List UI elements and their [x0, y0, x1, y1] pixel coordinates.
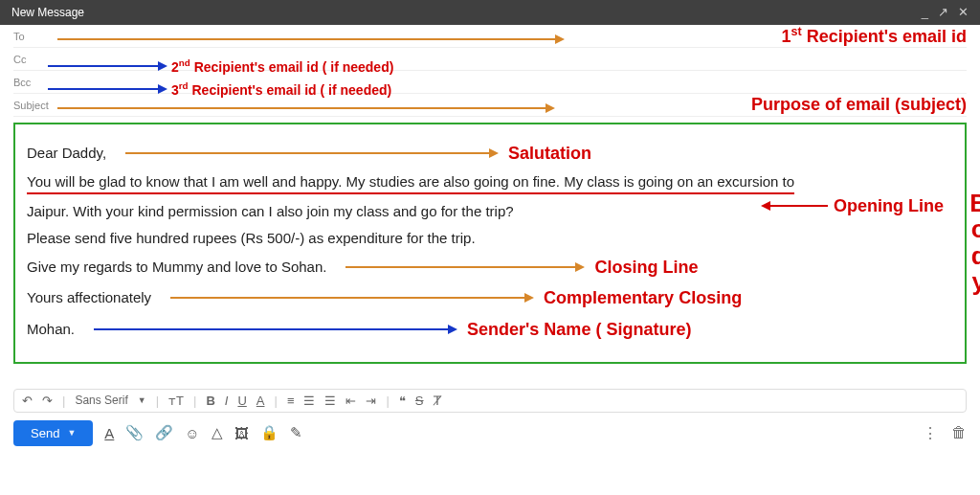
email-body-box: Dear Daddy, Salutation You will be glad …: [13, 123, 967, 364]
cc-input[interactable]: 2nd Recipient's email id ( if needed): [57, 48, 967, 70]
annotation-complementary: Complementary Closing: [544, 286, 742, 309]
cc-row: Cc 2nd Recipient's email id ( if needed): [13, 48, 967, 71]
header-fields: To 1st Recipient's email id Cc 2nd Recip…: [0, 25, 980, 117]
bottom-action-row: Send ▼ A 📎 🔗 ☺ △ 🖼 🔒 ✎ ⋮ 🗑: [0, 420, 980, 452]
font-size-icon[interactable]: ᴛT: [168, 394, 184, 408]
close-icon[interactable]: ✕: [958, 0, 969, 25]
complementary-text: Yours affectionately: [27, 288, 151, 307]
indent-more-icon[interactable]: ⇥: [366, 394, 376, 408]
formatting-toolbar: ↶ ↷ | Sans Serif ▼ | ᴛT | B I U A | ≡ ☰ …: [13, 389, 967, 413]
annotation-closing: Closing Line: [594, 256, 698, 279]
more-options-icon[interactable]: ⋮: [923, 424, 938, 442]
quote-icon[interactable]: ❝: [399, 394, 406, 408]
minimize-icon[interactable]: _: [922, 0, 928, 25]
bold-icon[interactable]: B: [206, 394, 214, 408]
numbered-list-icon[interactable]: ☰: [303, 394, 315, 408]
send-button[interactable]: Send ▼: [13, 420, 93, 446]
italic-icon[interactable]: I: [225, 394, 229, 408]
format-icon[interactable]: A: [104, 425, 114, 441]
text-color-icon[interactable]: A: [256, 394, 265, 408]
font-select[interactable]: Sans Serif: [75, 394, 127, 407]
undo-icon[interactable]: ↶: [22, 394, 33, 408]
closing-line-row: Give my regards to Mummy and love to Soh…: [27, 256, 953, 279]
drive-icon[interactable]: △: [212, 424, 223, 441]
salutation-text: Dear Daddy,: [27, 144, 106, 163]
subject-row: Subject Purpose of email (subject): [13, 94, 967, 117]
to-input[interactable]: [57, 25, 773, 47]
bcc-input[interactable]: 3rd Recipient's email id ( if needed): [57, 71, 967, 93]
attach-icon[interactable]: 📎: [125, 424, 144, 441]
bcc-row: Bcc 3rd Recipient's email id ( if needed…: [13, 71, 967, 94]
to-row: To 1st Recipient's email id: [13, 25, 967, 48]
strikethrough-icon[interactable]: S: [415, 394, 424, 408]
redo-icon[interactable]: ↷: [42, 394, 53, 408]
indent-less-icon[interactable]: ⇤: [345, 394, 356, 408]
underline-icon[interactable]: U: [237, 394, 246, 408]
complementary-row: Yours affectionately Complementary Closi…: [27, 286, 953, 309]
body-line-3: Please send five hundred rupees (Rs 500/…: [27, 229, 953, 248]
send-dropdown-icon[interactable]: ▼: [67, 428, 76, 438]
align-icon[interactable]: ≡: [287, 394, 295, 408]
opening-line-text: You will be glad to know that I am well …: [27, 172, 794, 193]
salutation-row: Dear Daddy, Salutation: [27, 142, 953, 165]
annotation-salutation: Salutation: [508, 142, 591, 165]
window-titlebar: New Message _ ↗ ✕: [0, 0, 980, 25]
window-title: New Message: [11, 0, 84, 25]
link-icon[interactable]: 🔗: [155, 424, 173, 441]
confidential-icon[interactable]: 🔒: [260, 424, 278, 441]
subject-label: Subject: [13, 100, 57, 111]
image-icon[interactable]: 🖼: [234, 425, 249, 441]
trash-icon[interactable]: 🗑: [951, 424, 967, 441]
annotation-opening: Opening Line: [834, 196, 944, 216]
signature-text: Mohan.: [27, 320, 75, 339]
expand-icon[interactable]: ↗: [938, 0, 948, 25]
to-label: To: [13, 31, 57, 42]
annotation-subject: Purpose of email (subject): [751, 95, 967, 115]
annotation-to: 1st Recipient's email id: [781, 25, 967, 47]
closing-line-text: Give my regards to Mummy and love to Soh…: [27, 258, 326, 277]
opening-line-row: You will be glad to know that I am well …: [27, 172, 953, 193]
subject-input[interactable]: [57, 94, 744, 116]
annotation-signature: Sender's Name ( Signature): [467, 318, 691, 341]
pen-icon[interactable]: ✎: [290, 424, 302, 441]
bulleted-list-icon[interactable]: ☰: [324, 394, 336, 408]
send-label: Send: [31, 426, 59, 440]
clear-formatting-icon[interactable]: Ⱦ: [434, 394, 441, 408]
signature-row: Mohan. Sender's Name ( Signature): [27, 318, 953, 341]
annotation-body-vertical: Body: [969, 191, 980, 295]
emoji-icon[interactable]: ☺: [185, 425, 199, 441]
